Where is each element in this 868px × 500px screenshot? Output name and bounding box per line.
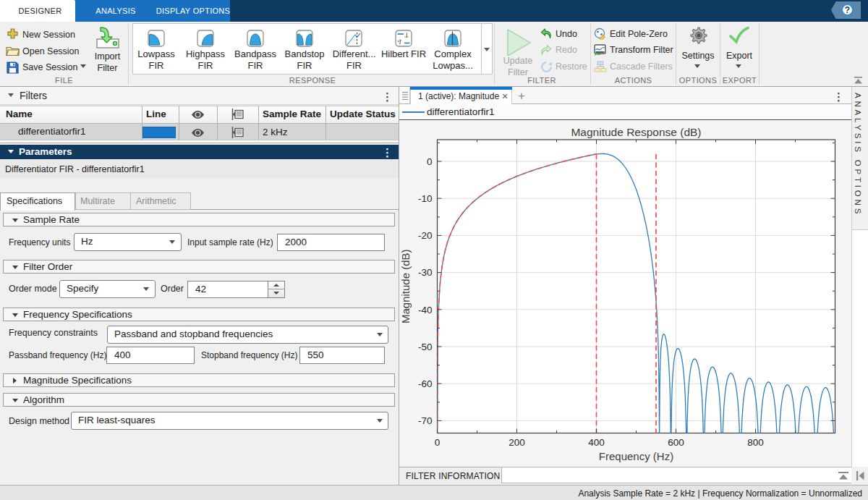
svg-text:-30: -30 bbox=[418, 267, 433, 278]
svg-text:j: j bbox=[406, 31, 408, 38]
svg-text:Magnitude (dB): Magnitude (dB) bbox=[399, 249, 412, 323]
svg-text:200: 200 bbox=[509, 437, 525, 448]
svg-text:0: 0 bbox=[435, 437, 441, 448]
svg-text:0: 0 bbox=[427, 156, 433, 166]
svg-text:400: 400 bbox=[588, 437, 605, 448]
svg-text:-20: -20 bbox=[418, 230, 433, 241]
svg-text:-j: -j bbox=[398, 38, 401, 44]
svg-text:600: 600 bbox=[668, 437, 684, 448]
svg-text:Frequency (Hz): Frequency (Hz) bbox=[599, 450, 673, 462]
svg-text:Magnitude Response (dB): Magnitude Response (dB) bbox=[571, 126, 701, 138]
svg-text:-10: -10 bbox=[418, 193, 433, 204]
svg-text:800: 800 bbox=[747, 437, 764, 448]
svg-text:-50: -50 bbox=[418, 341, 433, 352]
svg-text:-70: -70 bbox=[418, 415, 433, 426]
svg-text:-40: -40 bbox=[418, 304, 433, 315]
svg-text:-60: -60 bbox=[418, 378, 433, 389]
